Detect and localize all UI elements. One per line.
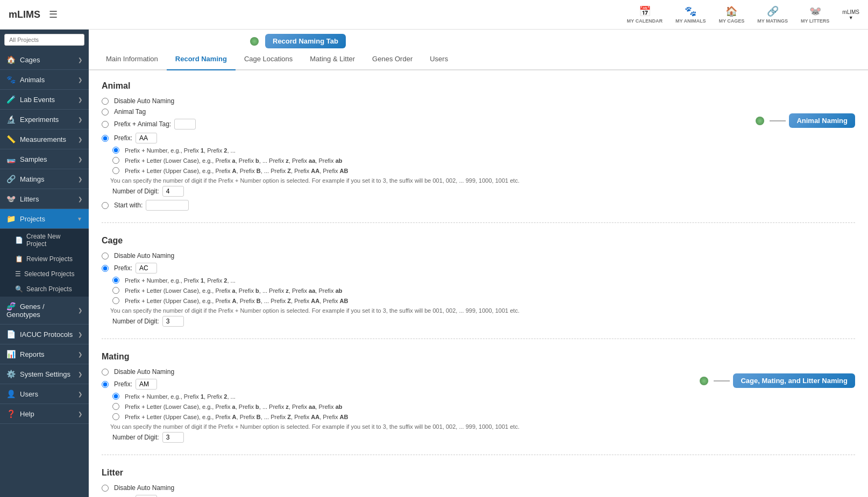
cage-prefix-number-row: Prefix + Number, e.g., Prefix 1, Prefix … [112,277,855,284]
cage-mating-litter-dot [700,377,708,385]
sidebar-item-litters[interactable]: 🐭Litters ❯ [0,189,89,209]
animal-prefix-tag-input[interactable] [174,119,196,129]
app-brand: mLIMS [9,9,40,20]
sidebar-item-genes[interactable]: 🧬Genes / Genotypes ❯ [0,297,89,325]
mating-section: Mating Disable Auto Naming Prefix: Prefi [102,352,855,455]
mating-prefix-radio[interactable] [102,381,109,388]
animal-prefix-lower-text: Prefix + Letter (Lower Case), e.g., Pref… [125,157,342,164]
sidebar-item-animals[interactable]: 🐾Animals ❯ [0,70,89,90]
animal-hint: You can specify the number of digit if t… [110,177,734,184]
chevron-right-icon: ❯ [78,156,82,162]
cage-prefix-radio[interactable] [102,265,109,272]
sidebar-item-projects[interactable]: 📁Projects ▼ [0,209,89,229]
cage-prefix-upper-row: Prefix + Letter (Upper Case), e.g., Pref… [112,297,855,304]
chevron-right-icon: ❯ [78,196,82,202]
sidebar-item-experiments[interactable]: 🔬Experiments ❯ [0,110,89,129]
create-new-icon: 📄 [15,236,23,244]
tab-record-naming[interactable]: Record Naming [167,48,236,70]
animal-digit-label: Number of Digit: [112,188,159,195]
mating-prefix-upper-text: Prefix + Letter (Upper Case), e.g., Pref… [125,414,348,420]
sidebar-submenu-search-projects[interactable]: 🔍 Search Projects [0,282,89,297]
animal-disable-radio[interactable] [102,98,109,105]
litter-prefix-input[interactable] [136,495,157,497]
record-naming-callout: Record Naming Tab [265,34,346,48]
animals-sidebar-icon: 🐾 [6,75,16,84]
animal-prefix-tag-radio[interactable] [102,121,109,128]
cage-digit-input[interactable] [162,316,184,327]
nav-animals[interactable]: 🐾 MY ANIMALS [675,5,706,24]
sidebar-item-matings[interactable]: 🔗Matings ❯ [0,169,89,189]
top-nav: mLIMS ☰ 📅 MY CALENDAR 🐾 MY ANIMALS 🏠 MY … [0,0,868,30]
litter-disable-radio[interactable] [102,485,109,492]
animal-prefix-upper-radio[interactable] [112,167,119,174]
sidebar-submenu-selected-projects[interactable]: ☰ Selected Projects [0,266,89,282]
tab-genes-order[interactable]: Genes Order [364,48,421,70]
nav-cages[interactable]: 🏠 MY CAGES [718,5,744,24]
user-menu[interactable]: mLIMS ▼ [842,9,859,20]
nav-litters[interactable]: 🐭 MY LITTERS [801,5,829,24]
chevron-down-icon: ▼ [77,216,82,222]
sidebar-submenu-review-projects[interactable]: 📋 Review Projects [0,251,89,266]
sidebar-item-users[interactable]: 👤Users ❯ [0,384,89,404]
sidebar-item-iacuc[interactable]: 📄IACUC Protocols ❯ [0,325,89,344]
animal-prefix-radio[interactable] [102,135,109,142]
cage-prefix-upper-radio[interactable] [112,297,119,304]
mating-disable-radio[interactable] [102,369,109,376]
sidebar: 🏠Cages ❯ 🐾Animals ❯ 🧪Lab Events ❯ 🔬Exper… [0,30,89,497]
cage-prefix-number-radio[interactable] [112,277,119,284]
nav-animals-label: MY ANIMALS [675,18,706,24]
sidebar-item-reports[interactable]: 📊Reports ❯ [0,344,89,364]
animal-section: Animal Disable Auto Naming Animal Tag Pr… [102,81,855,223]
cage-prefix-input[interactable] [136,263,157,273]
nav-matings[interactable]: 🔗 MY MATINGS [757,5,788,24]
animal-prefix-tag-row: Prefix + Animal Tag: [102,119,734,129]
animal-start-radio[interactable] [102,202,109,209]
litter-disable-label: Disable Auto Naming [114,484,174,492]
mating-prefix-upper-radio[interactable] [112,413,119,420]
help-sidebar-icon: ❓ [6,409,16,418]
tab-mating-litter[interactable]: Mating & Litter [301,48,364,70]
menu-icon[interactable]: ☰ [49,9,58,20]
sidebar-item-system-settings[interactable]: ⚙️System Settings ❯ [0,364,89,384]
chevron-right-icon: ❯ [78,117,82,123]
mating-prefix-lower-radio[interactable] [112,403,119,410]
mating-digit-input[interactable] [162,432,184,443]
nav-calendar[interactable]: 📅 MY CALENDAR [627,5,663,24]
animal-start-input[interactable] [146,200,189,211]
animal-prefix-input[interactable] [136,133,157,143]
animal-tag-radio[interactable] [102,109,109,116]
iacuc-sidebar-icon: 📄 [6,330,16,338]
users-sidebar-icon: 👤 [6,390,16,398]
sidebar-item-help[interactable]: ❓Help ❯ [0,404,89,424]
sidebar-submenu-create-project[interactable]: 📄 Create New Project [0,229,89,251]
search-input[interactable] [4,34,84,46]
animal-start-label: Start with: [114,201,143,209]
sidebar-search[interactable] [0,30,89,50]
chevron-right-icon: ❯ [78,77,82,83]
tab-main-info[interactable]: Main Information [97,48,167,70]
animal-start-row: Start with: [102,200,734,211]
animal-prefix-number-radio[interactable] [112,147,119,154]
sidebar-iacuc-label: IACUC Protocols [20,330,73,338]
create-new-label: Create New Project [26,233,82,248]
cage-disable-radio[interactable] [102,253,109,260]
tab-cage-locations[interactable]: Cage Locations [236,48,301,70]
animal-naming-callout: Animal Naming [789,113,855,128]
animal-prefix-row: Prefix: [102,133,734,143]
chevron-right-icon: ❯ [78,411,82,417]
cages-sidebar-icon: 🏠 [6,55,16,64]
matings-sidebar-icon: 🔗 [6,175,16,183]
tab-users[interactable]: Users [421,48,457,70]
sidebar-item-lab-events[interactable]: 🧪Lab Events ❯ [0,90,89,110]
sidebar-item-cages[interactable]: 🏠Cages ❯ [0,50,89,70]
animal-section-title: Animal [102,81,734,91]
sidebar-item-samples[interactable]: 🧫Samples ❯ [0,149,89,169]
chevron-right-icon: ❯ [78,351,82,357]
sidebar-item-measurements[interactable]: 📏Measurements ❯ [0,129,89,149]
animal-prefix-lower-radio[interactable] [112,157,119,164]
cage-prefix-lower-radio[interactable] [112,287,119,294]
top-nav-icons: 📅 MY CALENDAR 🐾 MY ANIMALS 🏠 MY CAGES 🔗 … [627,5,859,24]
mating-prefix-input[interactable] [136,379,157,390]
animal-digit-input[interactable] [162,186,184,197]
mating-prefix-number-radio[interactable] [112,393,119,400]
